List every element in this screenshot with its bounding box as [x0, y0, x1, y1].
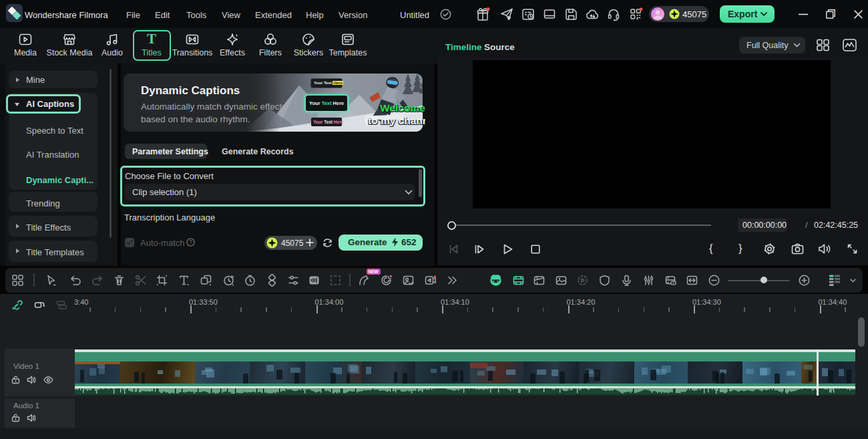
- svg-text:?: ?: [189, 239, 192, 245]
